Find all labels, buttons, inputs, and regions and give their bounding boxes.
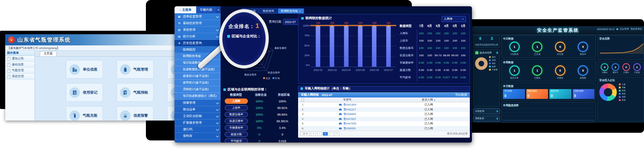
legend-item: 管理 xyxy=(619,93,626,95)
sidebar-menu-item[interactable]: 资料库 xyxy=(175,133,221,139)
bar-slot[interactable]: 100 2022-05 xyxy=(354,26,366,67)
tab-main-view[interactable]: 主界面 xyxy=(40,51,57,56)
sidebar-menu-item[interactable]: + 通知公告 xyxy=(5,56,35,62)
sidebar-menu-item[interactable]: + 基础信息 xyxy=(5,62,35,68)
prev-page-button[interactable]: ‹ xyxy=(317,132,322,136)
data-type-button[interactable]: 入网率 xyxy=(225,99,248,104)
expand-icon[interactable]: + xyxy=(7,57,10,60)
ring-value: 0 xyxy=(578,42,588,52)
tile-info-alert[interactable]: 信息预警 xyxy=(117,106,154,121)
car-icon xyxy=(339,113,342,115)
mini-ring-value: 0 xyxy=(622,63,630,71)
month-tiles: 安全检查 0 检查问题数 0 隐患排查 0 xyxy=(503,89,594,99)
bar-slot[interactable]: 100 2022-03 xyxy=(326,26,338,67)
content-tab[interactable]: 数据查询 xyxy=(260,8,277,14)
monthly-row: 轨迹合格车 100 100 99.73 98.95 99.93 100 xyxy=(399,52,469,59)
stat-tile[interactable]: 检查问题数 0 xyxy=(526,89,548,99)
sidebar-submenu-item[interactable]: 超速统计(基于运政) xyxy=(175,73,221,80)
sidebar-submenu-item[interactable]: 每日轨迹数据统计（测试） xyxy=(175,93,221,100)
tile-label: 检查问题数 xyxy=(528,90,547,92)
next-page-button[interactable]: › xyxy=(329,132,334,136)
bar-slot[interactable]: 100 2022-07 xyxy=(383,26,394,67)
sidebar-menu-item[interactable]: 报警管理 xyxy=(175,100,221,106)
expand-icon[interactable]: + xyxy=(7,69,10,72)
region-value: 99.84% xyxy=(271,113,294,116)
sidebar-submenu-item[interactable]: 疲劳统计(基于运政) xyxy=(175,80,221,86)
sort-asc-icon[interactable]: ▲ xyxy=(434,99,436,101)
bar-slot[interactable]: 100 2022-06 xyxy=(368,26,380,67)
data-type-button[interactable]: 轨迹完整率 xyxy=(225,118,248,124)
export-button[interactable]: 导出数据 xyxy=(455,93,467,97)
register-form-icon xyxy=(69,87,80,98)
stat-tile[interactable]: 安全检查 0 xyxy=(503,89,525,99)
detail-table-header: 数据类型 当前企业 所在区域 xyxy=(223,92,295,98)
sidebar-submenu-item[interactable]: 漂移统计(基于运政) xyxy=(175,86,221,93)
data-type-button[interactable]: 平均疲劳 xyxy=(225,138,248,143)
tile-cylinder-filling[interactable]: 气瓶充装 xyxy=(66,106,103,121)
submenu-item-label: 漂移统计(基于运政) xyxy=(183,87,209,92)
ring-label: 已完成 xyxy=(529,53,545,56)
last-page-button[interactable]: » xyxy=(335,132,340,136)
tile-unit-info[interactable]: 单位信息 xyxy=(66,60,103,79)
vehicle-row[interactable]: 5 鲁KA7005 已入网 xyxy=(298,121,470,126)
monthly-row: 车辆遵标率 0.00 0.00 0.00 0.00 0.00 0.00 xyxy=(399,59,469,66)
tile-cylinder-inspect[interactable]: 气瓶报检 xyxy=(117,83,154,102)
vehicle-row[interactable]: 1 鲁KA1909 已入网 xyxy=(298,102,470,107)
vehicle-row[interactable]: 3 鲁K96804 已入网 xyxy=(298,112,470,117)
admin-link[interactable]: 后台管理 xyxy=(620,28,629,31)
sidebar-menu-item[interactable]: 基础信息管理 xyxy=(175,20,221,27)
compare-heading: 区域与企业对比： xyxy=(227,34,261,39)
bar xyxy=(330,26,334,67)
sidebar-menu-item[interactable]: 历史信息查询 xyxy=(175,40,221,46)
sidebar-menu-item[interactable]: 扩展服务管理 xyxy=(175,119,221,126)
legend-item: 人员 xyxy=(619,83,626,86)
chevron-down-icon xyxy=(216,101,219,104)
close-icon[interactable]: × xyxy=(299,9,301,13)
vehicle-row[interactable]: 4 鲁KA7637 已入网 xyxy=(298,117,470,122)
page-size-select[interactable]: 10 ▾ xyxy=(300,132,310,136)
sidebar-menu-item[interactable]: + 气瓶管理 xyxy=(5,68,35,74)
data-type-button[interactable]: 数据合格率 xyxy=(225,112,248,117)
sidebar-menu-item[interactable]: + 系统管理 xyxy=(5,74,35,80)
tab-vehicle-list[interactable]: 车辆列表 xyxy=(196,6,216,13)
bar-slot[interactable]: 100 2022-04 xyxy=(340,26,352,67)
bar-slot[interactable]: 100 2022-02 xyxy=(312,26,324,67)
plate-column-header[interactable]: 车牌号 xyxy=(307,98,387,102)
status-column-header[interactable]: 是否入网 ▲ xyxy=(387,98,470,102)
content-tab-active[interactable]: 联网联控考核 × xyxy=(278,8,304,14)
checkbox[interactable] xyxy=(301,99,304,101)
stat-tile[interactable]: 排查问题数 0 xyxy=(573,89,595,99)
data-type-button[interactable]: 超速次数 xyxy=(225,132,248,137)
metric-selector[interactable]: 入网率 ▼ xyxy=(442,16,466,22)
sidebar-menu-item[interactable]: 整合运单 xyxy=(175,106,221,113)
sidebar-menu-item[interactable]: 主动安全防御 xyxy=(175,113,221,119)
chevron-down-icon xyxy=(216,28,219,31)
detail-row: 超速次数 0 0 xyxy=(223,131,295,138)
sidebar-menu-item[interactable]: 系统管理 xyxy=(175,27,221,33)
vehicle-row[interactable]: 2 鲁KA1117 已入网 xyxy=(298,107,470,112)
stat-tile[interactable]: 隐患排查 0 xyxy=(549,89,571,99)
rate-label: 隐患办结率 xyxy=(480,51,492,55)
tile-cylinder-mgmt[interactable]: 气瓶管理 xyxy=(117,60,154,79)
current-page[interactable]: 1 xyxy=(323,132,328,136)
tab-main-menu[interactable]: ⌂ 主菜单 xyxy=(175,6,196,13)
building-icon xyxy=(69,64,80,75)
expand-icon[interactable]: + xyxy=(7,63,10,66)
data-type-button[interactable]: 车辆遵标率 xyxy=(225,125,248,130)
sidebar-menu-item[interactable]: 统计分析 xyxy=(175,33,221,40)
tile-usage-register[interactable]: 使用登记 xyxy=(66,83,103,102)
first-page-button[interactable]: « xyxy=(311,132,316,136)
sidebar-menu-item[interactable]: 通行码 xyxy=(175,126,221,133)
y-axis-ticks: 100%75%50%25%0% xyxy=(301,24,310,67)
legend-swatch xyxy=(619,96,621,98)
data-type-button[interactable]: 上线率 xyxy=(225,105,248,110)
expand-icon[interactable]: + xyxy=(7,75,10,78)
sidebar-collapse-icon[interactable]: « xyxy=(216,6,221,13)
stat-item: 3 隐患排查任务 xyxy=(486,36,498,47)
vehicle-row[interactable]: 6 鲁K56951 已入网 xyxy=(298,126,470,131)
y-tick: 50% xyxy=(304,44,310,47)
sidebar-menu-item[interactable]: 违章处置管理 xyxy=(175,13,221,20)
enterprise-value: 100% xyxy=(248,119,271,123)
detail-row: 上线率 100% 99.91% xyxy=(223,104,295,111)
sidebar-submenu-item[interactable]: 轨迹数据统计(基于运政) xyxy=(175,66,221,73)
